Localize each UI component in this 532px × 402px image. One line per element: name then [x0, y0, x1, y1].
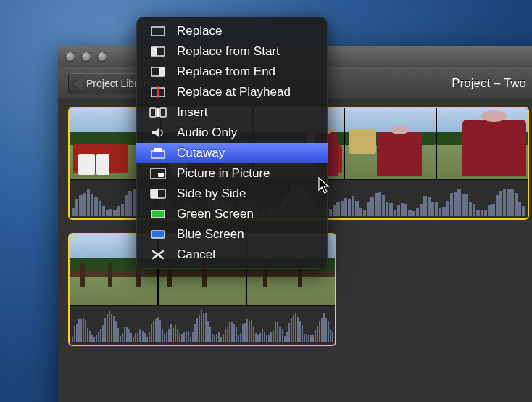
- svg-rect-2: [151, 47, 157, 56]
- svg-rect-9: [157, 108, 159, 117]
- menu-item-replace-from-start[interactable]: Replace from Start: [136, 41, 328, 62]
- svg-rect-4: [159, 67, 165, 76]
- svg-rect-11: [154, 148, 162, 152]
- menu-item-label: Replace from Start: [177, 44, 280, 59]
- menu-item-audio-only[interactable]: Audio Only: [136, 123, 328, 143]
- clip-drop-context-menu[interactable]: ReplaceReplace from StartReplace from En…: [136, 17, 328, 269]
- menu-item-label: Cancel: [177, 247, 215, 262]
- audio-waveform: [70, 305, 335, 345]
- svg-rect-16: [151, 210, 165, 218]
- menu-item-label: Insert: [177, 105, 208, 120]
- menu-item-green-screen[interactable]: Green Screen: [136, 204, 328, 224]
- svg-rect-17: [151, 231, 165, 238]
- chevron-left-icon: [72, 76, 82, 91]
- menu-item-cutaway[interactable]: Cutaway: [136, 143, 328, 163]
- menu-item-cancel[interactable]: Cancel: [136, 245, 328, 265]
- cancel-icon: [149, 248, 167, 261]
- project-title: Project – Two: [452, 76, 526, 91]
- zoom-window-button[interactable]: [97, 52, 107, 62]
- svg-rect-8: [160, 108, 166, 117]
- menu-item-replace-at-playhead[interactable]: Replace at Playhead: [136, 82, 328, 102]
- replace-icon: [149, 25, 167, 38]
- menu-item-insert[interactable]: Insert: [136, 102, 328, 123]
- menu-item-label: Green Screen: [177, 207, 254, 221]
- audio-icon: [149, 126, 167, 139]
- menu-item-label: Replace at Playhead: [177, 85, 291, 99]
- menu-item-label: Cutaway: [177, 146, 225, 160]
- sidebyside-icon: [149, 187, 167, 200]
- svg-rect-7: [150, 108, 156, 117]
- cutaway-icon: [149, 147, 167, 160]
- menu-item-label: Audio Only: [177, 126, 237, 140]
- replace-start-icon: [149, 45, 167, 58]
- clip-thumbnail[interactable]: [437, 108, 528, 179]
- menu-item-blue-screen[interactable]: Blue Screen: [136, 224, 328, 245]
- mouse-cursor-icon: [318, 177, 331, 194]
- menu-item-label: Blue Screen: [177, 227, 244, 242]
- menu-item-replace-from-end[interactable]: Replace from End: [136, 62, 328, 82]
- menu-item-label: Replace from End: [177, 65, 275, 79]
- close-window-button[interactable]: [65, 52, 75, 62]
- blue-screen-icon: [149, 228, 167, 241]
- minimize-window-button[interactable]: [81, 52, 91, 62]
- svg-rect-0: [151, 27, 165, 36]
- insert-icon: [149, 106, 167, 119]
- pip-icon: [149, 167, 167, 180]
- menu-item-label: Side by Side: [177, 186, 246, 201]
- menu-item-label: Replace: [177, 24, 222, 38]
- window-controls: [65, 52, 107, 62]
- menu-item-side-by-side[interactable]: Side by Side: [136, 184, 328, 204]
- svg-rect-15: [151, 189, 158, 198]
- menu-item-label: Picture in Picture: [177, 166, 270, 181]
- svg-rect-13: [158, 173, 164, 177]
- clip-thumbnail[interactable]: [345, 108, 437, 179]
- replace-playhead-icon: [149, 86, 167, 99]
- green-screen-icon: [149, 208, 167, 221]
- replace-end-icon: [149, 65, 167, 78]
- menu-item-replace[interactable]: Replace: [136, 21, 328, 41]
- menu-item-picture-in-picture[interactable]: Picture in Picture: [136, 163, 328, 184]
